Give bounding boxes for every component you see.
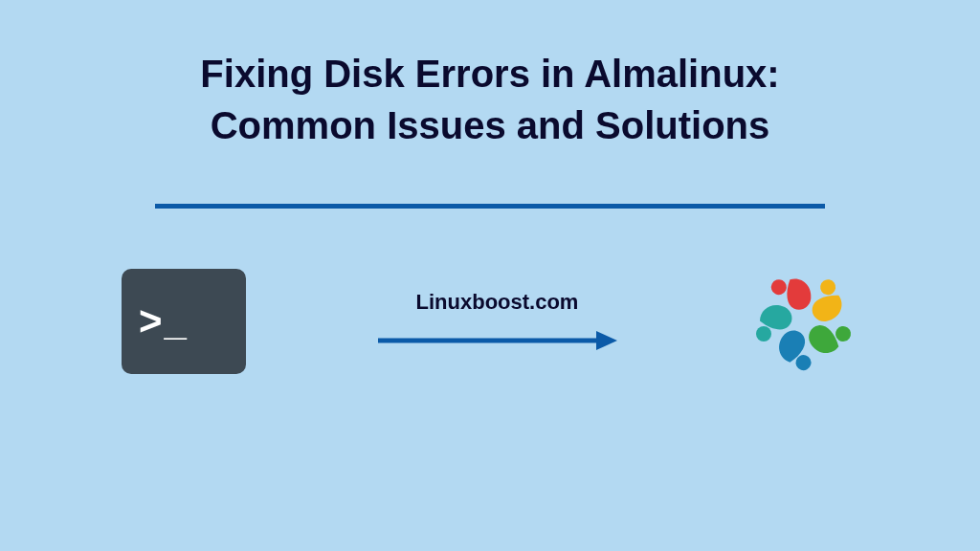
brand-label: Linuxboost.com	[416, 290, 579, 315]
content-row: >_ Linuxboost.com	[122, 266, 858, 376]
almalinux-logo-icon	[748, 266, 858, 376]
title-line-2: Common Issues and Solutions	[211, 104, 770, 146]
horizontal-divider	[155, 204, 825, 209]
title-line-1: Fixing Disk Errors in Almalinux:	[200, 53, 779, 95]
svg-point-2	[769, 277, 789, 297]
terminal-icon: >_	[122, 269, 246, 374]
svg-marker-1	[596, 331, 617, 350]
svg-point-6	[756, 326, 771, 342]
arrow-right-icon	[378, 329, 617, 352]
center-section: Linuxboost.com	[378, 290, 617, 352]
page-title: Fixing Disk Errors in Almalinux: Common …	[200, 48, 779, 151]
terminal-prompt-text: >_	[139, 301, 189, 342]
svg-point-3	[817, 276, 838, 298]
